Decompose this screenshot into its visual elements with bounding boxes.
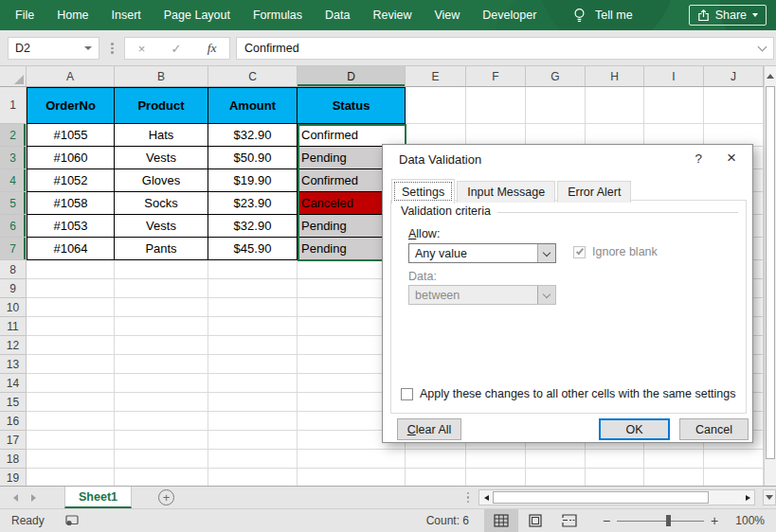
column-header-a[interactable]: A	[27, 66, 115, 87]
cell-a16[interactable]	[27, 412, 115, 431]
cell-a6[interactable]: #1053	[27, 215, 115, 238]
cell-b17[interactable]	[115, 431, 208, 450]
cell-e1[interactable]	[406, 87, 466, 124]
cell-h19[interactable]	[586, 469, 644, 486]
column-header-i[interactable]: I	[644, 66, 704, 87]
cell-d18[interactable]	[298, 450, 406, 469]
row-header-13[interactable]: 13	[0, 355, 27, 374]
cell-g1[interactable]	[526, 87, 586, 124]
scroll-down-icon[interactable]	[763, 489, 776, 505]
cell-c14[interactable]	[208, 374, 298, 393]
row-header-2[interactable]: 2	[0, 124, 27, 147]
cell-a15[interactable]	[27, 393, 115, 412]
tab-error-alert[interactable]: Error Alert	[557, 181, 631, 203]
column-header-f[interactable]: F	[466, 66, 526, 87]
column-header-c[interactable]: C	[208, 66, 298, 87]
row-header-1[interactable]: 1	[0, 87, 27, 124]
cell-c11[interactable]	[208, 317, 298, 336]
cell-c5[interactable]: $23.90	[208, 192, 298, 215]
cell-b7[interactable]: Pants	[115, 238, 208, 260]
row-header-17[interactable]: 17	[0, 431, 27, 450]
cell-c18[interactable]	[208, 450, 298, 469]
cell-c17[interactable]	[208, 431, 298, 450]
cell-h18[interactable]	[586, 450, 644, 469]
cell-a14[interactable]	[27, 374, 115, 393]
cell-b8[interactable]	[115, 260, 208, 279]
cell-a17[interactable]	[27, 431, 115, 450]
tab-settings[interactable]: Settings	[391, 179, 455, 204]
cell-a4[interactable]: #1052	[27, 169, 115, 192]
cell-h1[interactable]	[586, 87, 644, 124]
macro-record-icon[interactable]	[65, 515, 79, 526]
cell-c16[interactable]	[208, 412, 298, 431]
insert-function-icon[interactable]: fx	[208, 41, 217, 56]
cell-d1[interactable]: Status	[298, 87, 406, 124]
cell-b2[interactable]: Hats	[115, 124, 208, 147]
ok-button[interactable]: OK	[599, 418, 670, 440]
cell-b10[interactable]	[115, 298, 208, 317]
column-header-b[interactable]: B	[115, 66, 208, 87]
cell-d19[interactable]	[298, 469, 406, 486]
column-header-j[interactable]: J	[704, 66, 764, 87]
checkbox-checked[interactable]	[573, 246, 586, 258]
cell-c1[interactable]: Amount	[208, 87, 298, 124]
sheet-nav-left-icon[interactable]	[13, 494, 18, 502]
ribbon-tab-formulas[interactable]: Formulas	[242, 0, 314, 30]
ribbon-tab-developer[interactable]: Developer	[471, 0, 548, 30]
select-all-button[interactable]	[0, 66, 27, 87]
sheet-nav-right-icon[interactable]	[31, 494, 36, 502]
cell-b1[interactable]: Product	[115, 87, 208, 124]
ribbon-tab-data[interactable]: Data	[314, 0, 361, 30]
cell-e19[interactable]	[406, 469, 466, 486]
cell-a1[interactable]: OrderNo	[27, 87, 115, 124]
clear-all-button[interactable]: Clear All	[397, 418, 461, 440]
cell-a2[interactable]: #1055	[27, 124, 115, 147]
page-layout-view-button[interactable]	[518, 509, 552, 532]
cell-b15[interactable]	[115, 393, 208, 412]
row-header-15[interactable]: 15	[0, 393, 27, 412]
row-header-19[interactable]: 19	[0, 469, 27, 486]
chevron-down-icon[interactable]	[84, 46, 92, 50]
scroll-left-icon[interactable]	[479, 490, 493, 505]
scroll-right-icon[interactable]	[741, 490, 754, 505]
cell-a19[interactable]	[27, 469, 115, 486]
cell-c7[interactable]: $45.90	[208, 238, 298, 260]
cell-j1[interactable]	[704, 87, 764, 124]
zoom-slider-thumb[interactable]	[666, 515, 671, 526]
column-header-e[interactable]: E	[406, 66, 466, 87]
normal-view-button[interactable]	[484, 509, 518, 532]
cell-b18[interactable]	[115, 450, 208, 469]
cell-a7[interactable]: #1064	[27, 238, 115, 260]
cell-j19[interactable]	[704, 469, 764, 486]
row-header-12[interactable]: 12	[0, 336, 27, 355]
formula-bar-expand-icon[interactable]	[758, 42, 767, 51]
cell-b6[interactable]: Vests	[115, 215, 208, 238]
cell-a13[interactable]	[27, 355, 115, 374]
checkbox-unchecked[interactable]	[401, 388, 413, 400]
cell-c15[interactable]	[208, 393, 298, 412]
row-header-3[interactable]: 3	[0, 147, 27, 169]
cell-c6[interactable]: $32.90	[208, 215, 298, 238]
cell-c12[interactable]	[208, 336, 298, 355]
cell-b14[interactable]	[115, 374, 208, 393]
cell-a12[interactable]	[27, 336, 115, 355]
zoom-slider[interactable]	[617, 509, 704, 532]
cell-c4[interactable]: $19.90	[208, 169, 298, 192]
cell-c13[interactable]	[208, 355, 298, 374]
cell-c2[interactable]: $32.90	[208, 124, 298, 147]
column-header-h[interactable]: H	[586, 66, 644, 87]
cell-a10[interactable]	[27, 298, 115, 317]
ignore-blank-checkbox[interactable]: Ignore blank	[573, 245, 658, 258]
cell-a9[interactable]	[27, 279, 115, 298]
horizontal-scrollbar-thumb[interactable]	[493, 491, 709, 504]
cell-b3[interactable]: Vests	[115, 147, 208, 169]
cell-b13[interactable]	[115, 355, 208, 374]
vertical-scrollbar-thumb[interactable]	[766, 86, 775, 459]
cell-b19[interactable]	[115, 469, 208, 486]
cell-b11[interactable]	[115, 317, 208, 336]
scroll-up-icon[interactable]	[765, 66, 776, 85]
cell-a8[interactable]	[27, 260, 115, 279]
cell-a3[interactable]: #1060	[27, 147, 115, 169]
row-header-9[interactable]: 9	[0, 279, 27, 298]
cell-a18[interactable]	[27, 450, 115, 469]
